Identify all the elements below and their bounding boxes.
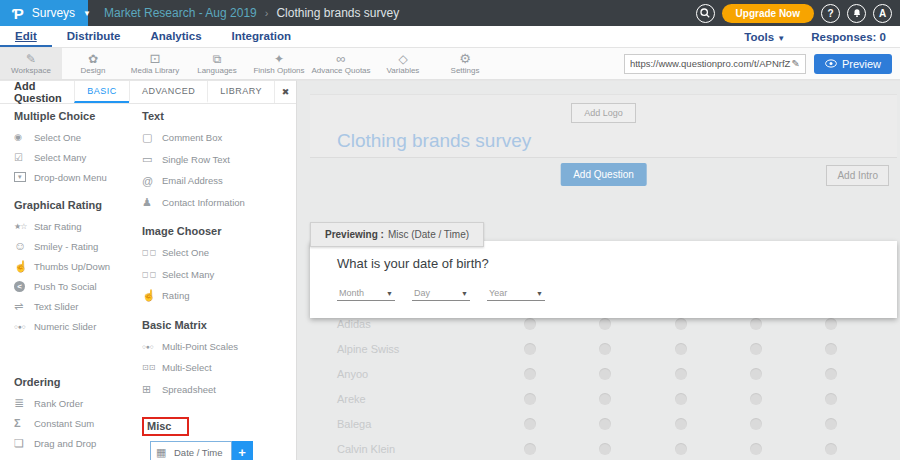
question-type-item[interactable]: Select One	[14, 127, 142, 147]
radio-button[interactable]	[750, 443, 762, 455]
radio-button[interactable]	[825, 318, 837, 330]
radio-button[interactable]	[750, 368, 762, 380]
toolbar-item[interactable]: Workspace	[0, 48, 62, 79]
question-type-item[interactable]: Spreadsheet	[142, 379, 296, 401]
toolbar-item[interactable]: Finish Options	[248, 48, 310, 79]
question-type-item[interactable]: Text Slider	[14, 296, 142, 316]
radio-button[interactable]	[675, 343, 687, 355]
question-type-item[interactable]: Thumbs Up/Down	[14, 256, 142, 276]
radio-button[interactable]	[675, 418, 687, 430]
question-type-item[interactable]: Contact Information	[142, 192, 296, 214]
question-type-item[interactable]: Multi-Point Scales	[142, 336, 296, 358]
date-part-select[interactable]: Month ▼	[337, 286, 395, 301]
date-part-select[interactable]: Year ▼	[487, 286, 545, 301]
survey-title[interactable]: Clothing brands survey	[337, 130, 897, 152]
add-datetime-button[interactable]: +	[232, 441, 253, 460]
question-type-item[interactable]: Rank Order	[14, 393, 142, 413]
toolbar-item[interactable]: Media Library	[124, 48, 186, 79]
radio-button[interactable]	[524, 418, 536, 430]
question-type-item[interactable]: Drop-down Menu	[14, 167, 142, 187]
radio-button[interactable]	[599, 393, 611, 405]
search-button[interactable]	[696, 4, 715, 23]
panel-tab[interactable]: ADVANCED	[129, 81, 207, 103]
add-logo-button[interactable]: Add Logo	[571, 103, 636, 123]
radio-button[interactable]	[825, 343, 837, 355]
question-type-item[interactable]: Select Many	[142, 264, 296, 286]
radio-button[interactable]	[825, 443, 837, 455]
radio-button[interactable]	[599, 318, 611, 330]
languages-icon	[213, 53, 222, 65]
toolbar-item[interactable]: Variables	[372, 48, 434, 79]
drag-icon	[14, 437, 34, 450]
radio-button[interactable]	[599, 443, 611, 455]
question-type-item[interactable]: Email Address	[142, 170, 296, 192]
breadcrumb-folder[interactable]: Market Research - Aug 2019	[104, 6, 257, 20]
question-type-item[interactable]: Single Row Text	[142, 149, 296, 171]
calendar-icon	[156, 446, 172, 459]
radio-button[interactable]	[524, 318, 536, 330]
tools-menu[interactable]: Tools ▼	[744, 31, 785, 43]
radio-button[interactable]	[675, 393, 687, 405]
radio-button[interactable]	[750, 393, 762, 405]
question-type-label: Spreadsheet	[162, 384, 216, 395]
question-type-label: Rating	[162, 290, 189, 301]
add-intro-button[interactable]: Add Intro	[826, 165, 889, 186]
toolbar-item[interactable]: Languages	[186, 48, 248, 79]
section-items: Multi-Point Scales Multi-Select Spreadsh…	[142, 336, 296, 401]
radio-button[interactable]	[599, 343, 611, 355]
add-question-button[interactable]: Add Question	[560, 163, 647, 186]
radio-button[interactable]	[675, 318, 687, 330]
close-icon[interactable]: ✖	[274, 81, 296, 103]
app-logo[interactable]: Ƥ Surveys ▼	[0, 0, 88, 26]
question-type-item[interactable]: Multi-Select	[142, 357, 296, 379]
radio-button[interactable]	[524, 368, 536, 380]
question-type-label: Select Many	[162, 269, 214, 280]
avatar[interactable]: A	[873, 4, 892, 23]
toolbar-item[interactable]: Settings	[434, 48, 496, 79]
panel-tab[interactable]: LIBRARY	[207, 81, 274, 103]
question-type-item[interactable]: Select Many	[14, 147, 142, 167]
toolbar-item[interactable]: Advance Quotas	[310, 48, 372, 79]
survey-url-input[interactable]	[630, 58, 792, 69]
question-type-item[interactable]: Smiley - Rating	[14, 236, 142, 256]
question-type-item[interactable]: Drag and Drop	[14, 433, 142, 453]
radio-button[interactable]	[825, 418, 837, 430]
radio-button[interactable]	[675, 368, 687, 380]
radio-button[interactable]	[825, 393, 837, 405]
radio-button[interactable]	[524, 443, 536, 455]
radio-button[interactable]	[750, 343, 762, 355]
radio-button[interactable]	[524, 393, 536, 405]
question-type-item[interactable]: Constant Sum	[14, 413, 142, 433]
question-type-item[interactable]: Star Rating	[14, 216, 142, 236]
menu-item[interactable]: Integration	[217, 26, 306, 47]
radio-button[interactable]	[599, 418, 611, 430]
preview-button[interactable]: Preview	[814, 54, 892, 74]
question-type-item[interactable]: Select One	[142, 242, 296, 264]
date-part-select[interactable]: Day ▼	[412, 286, 470, 301]
question-type-item[interactable]: Push To Social	[14, 276, 142, 296]
edit-url-icon[interactable]: ✎	[791, 58, 799, 69]
radio-button[interactable]	[750, 318, 762, 330]
radio-button[interactable]	[675, 443, 687, 455]
menu-item[interactable]: Analytics	[135, 26, 216, 47]
radio-button[interactable]	[599, 368, 611, 380]
topbar-actions: Upgrade Now ? A	[696, 4, 900, 23]
responses-count[interactable]: Responses: 0	[811, 31, 886, 43]
help-button[interactable]: ?	[821, 4, 840, 23]
toolbar-item[interactable]: Design	[62, 48, 124, 79]
radio-button[interactable]	[750, 418, 762, 430]
toolbar-right: ✎ Preview	[624, 48, 900, 79]
panel-tab[interactable]: BASIC	[74, 81, 129, 103]
radio-button[interactable]	[524, 343, 536, 355]
upgrade-now-button[interactable]: Upgrade Now	[722, 4, 814, 23]
question-type-label: Drag and Drop	[34, 438, 96, 449]
question-type-item[interactable]: Comment Box	[142, 127, 296, 149]
sigma-icon	[14, 417, 34, 429]
menu-item[interactable]: Distribute	[52, 26, 136, 47]
question-type-item[interactable]: Rating	[142, 285, 296, 307]
menu-item[interactable]: Edit	[0, 26, 52, 47]
notifications-button[interactable]	[847, 4, 866, 23]
datetime-question-type[interactable]: Date / Time	[150, 441, 232, 460]
question-type-item[interactable]: Numeric Slider	[14, 316, 142, 336]
radio-button[interactable]	[825, 368, 837, 380]
